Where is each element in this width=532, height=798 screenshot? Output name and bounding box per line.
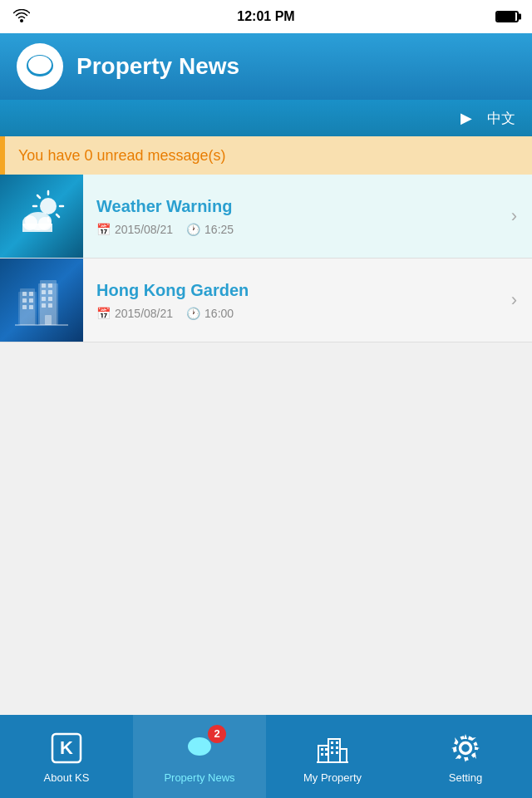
svg-rect-19 [22, 298, 27, 303]
header-icon [17, 43, 63, 90]
my-property-icon-wrap [314, 730, 351, 766]
svg-point-35 [188, 737, 211, 756]
news-thumb-property [0, 259, 83, 342]
tab-label-setting: Setting [449, 771, 482, 784]
news-content-weather: Weather Warning 📅 2015/08/21 🕐 16:25 [83, 185, 496, 248]
tab-property-news[interactable]: 2 Property News [133, 715, 266, 798]
svg-rect-17 [22, 292, 27, 296]
svg-rect-12 [22, 224, 52, 232]
tab-label-about-ks: About KS [44, 771, 90, 784]
about-ks-icon-wrap: K [48, 730, 85, 766]
svg-rect-31 [45, 315, 52, 325]
svg-rect-44 [336, 741, 338, 744]
status-time: 12:01 PM [237, 9, 294, 24]
play-button[interactable]: ▶ [461, 109, 472, 127]
clock-icon-2: 🕐 [186, 307, 200, 320]
svg-rect-25 [42, 290, 46, 294]
unread-text: You have 0 unread message(s) [18, 147, 226, 165]
setting-icon-wrap [447, 730, 484, 766]
svg-rect-18 [29, 292, 33, 296]
clock-icon: 🕐 [186, 223, 200, 236]
svg-rect-39 [321, 748, 323, 751]
news-thumb-weather [0, 175, 83, 258]
news-meta-weather: 📅 2015/08/21 🕐 16:25 [96, 223, 483, 236]
svg-line-7 [37, 195, 40, 198]
chevron-right-icon-2: › [496, 289, 532, 311]
news-title-weather: Weather Warning [96, 197, 483, 216]
my-property-icon [314, 730, 351, 766]
chevron-right-icon: › [496, 205, 532, 227]
news-time-property: 🕐 16:00 [186, 307, 234, 320]
news-item-hong-kong-garden[interactable]: Hong Kong Garden 📅 2015/08/21 🕐 16:00 › [0, 259, 532, 342]
calendar-icon-2: 📅 [96, 307, 111, 320]
tab-label-my-property: My Property [303, 771, 362, 784]
news-date-weather: 📅 2015/08/21 [96, 223, 173, 236]
tab-my-property[interactable]: My Property [266, 715, 399, 798]
svg-text:K: K [60, 737, 73, 758]
svg-rect-29 [42, 303, 46, 308]
svg-rect-26 [48, 290, 52, 294]
wifi-icon [13, 9, 30, 25]
notification-badge: 2 [208, 725, 226, 743]
svg-rect-23 [42, 283, 46, 288]
svg-rect-24 [48, 283, 52, 288]
property-news-icon-wrap: 2 [181, 730, 218, 766]
news-meta-property: 📅 2015/08/21 🕐 16:00 [96, 307, 483, 320]
svg-rect-42 [325, 753, 328, 756]
news-list: Weather Warning 📅 2015/08/21 🕐 16:25 › [0, 175, 532, 342]
svg-rect-45 [331, 746, 333, 749]
svg-rect-38 [340, 749, 347, 762]
tab-label-property-news: Property News [164, 771, 234, 784]
svg-rect-47 [331, 751, 333, 754]
svg-rect-21 [22, 305, 27, 309]
tab-setting[interactable]: Setting [399, 715, 532, 798]
svg-line-8 [57, 214, 59, 217]
ks-logo-icon: K [48, 730, 85, 766]
chat-bubble-icon [24, 51, 56, 82]
news-time-weather: 🕐 16:25 [186, 223, 234, 236]
news-item-weather-warning[interactable]: Weather Warning 📅 2015/08/21 🕐 16:25 › [0, 175, 532, 259]
svg-rect-48 [336, 751, 338, 754]
calendar-icon: 📅 [96, 223, 111, 236]
tab-bar: K About KS 2 Property News [0, 715, 532, 798]
svg-rect-22 [29, 305, 33, 309]
header-title: Property News [76, 53, 239, 80]
svg-point-1 [28, 56, 52, 74]
lang-button[interactable]: 中文 [487, 109, 515, 128]
battery-indicator [495, 11, 519, 22]
svg-rect-43 [331, 741, 333, 744]
svg-rect-46 [336, 746, 338, 749]
main-content [0, 342, 532, 717]
toolbar: ▶ 中文 [0, 100, 532, 136]
news-date-property: 📅 2015/08/21 [96, 307, 173, 320]
svg-rect-27 [42, 297, 46, 301]
header: Property News [0, 33, 532, 100]
news-content-property: Hong Kong Garden 📅 2015/08/21 🕐 16:00 [83, 269, 496, 332]
gear-icon [447, 730, 484, 766]
tab-about-ks[interactable]: K About KS [0, 715, 133, 798]
svg-rect-30 [48, 303, 52, 308]
svg-rect-40 [325, 748, 328, 751]
unread-banner: You have 0 unread message(s) [0, 136, 532, 175]
svg-rect-28 [48, 297, 52, 301]
news-title-property: Hong Kong Garden [96, 281, 483, 300]
svg-rect-20 [29, 298, 33, 303]
status-bar: 12:01 PM [0, 0, 532, 33]
svg-rect-41 [321, 753, 323, 756]
svg-point-2 [40, 198, 57, 214]
svg-point-52 [455, 737, 476, 759]
